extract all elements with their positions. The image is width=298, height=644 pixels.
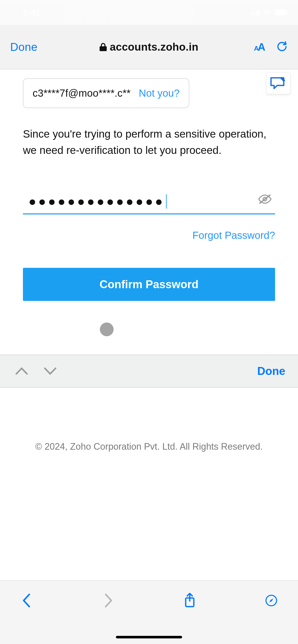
cellular-icon — [251, 9, 260, 16]
chevron-right-icon — [102, 593, 114, 608]
previous-field-button[interactable] — [13, 362, 31, 380]
compass-icon — [265, 593, 277, 608]
share-button[interactable] — [181, 592, 199, 609]
svg-rect-0 — [251, 13, 252, 16]
forgot-password-link[interactable]: Forgot Password? — [192, 230, 275, 241]
password-field[interactable]: ●●●●●●●●●●●●●● — [23, 194, 275, 214]
keyboard-done-button[interactable]: Done — [257, 365, 285, 377]
account-box: c3****7f@moo****.c** Not you? — [23, 78, 189, 108]
back-button[interactable] — [18, 592, 36, 609]
browser-bar: Done accounts.zoho.in AA — [0, 25, 298, 69]
keyboard-accessory-bar: Done — [0, 355, 298, 388]
status-bar: 9:41 — [0, 0, 298, 25]
address-bar[interactable]: accounts.zoho.in — [0, 41, 298, 53]
svg-rect-6 — [287, 11, 288, 14]
home-indicator — [116, 636, 182, 638]
reload-icon — [276, 41, 288, 52]
text-size-button[interactable]: AA — [254, 41, 265, 53]
battery-icon — [275, 9, 288, 16]
text-caret — [166, 194, 167, 209]
chevron-down-icon — [44, 367, 57, 375]
svg-rect-3 — [258, 9, 260, 16]
toggle-password-visibility-button[interactable] — [258, 194, 272, 205]
open-in-safari-button[interactable] — [262, 592, 280, 609]
password-value: ●●●●●●●●●●●●●● — [29, 194, 165, 209]
explain-text: Since you're trying to perform a sensiti… — [23, 126, 267, 158]
footer-text: © 2024, Zoho Corporation Pvt. Ltd. All R… — [0, 441, 298, 452]
confirm-password-button[interactable]: Confirm Password — [23, 268, 275, 301]
page-content: c3****7f@moo****.c** Not you? Since you'… — [0, 69, 298, 301]
address-host: accounts.zoho.in — [110, 41, 198, 53]
feedback-icon — [269, 76, 287, 91]
touch-indicator — [100, 323, 114, 336]
share-icon — [184, 593, 196, 608]
lock-icon — [100, 43, 107, 51]
chevron-up-icon — [15, 367, 28, 375]
browser-done-button[interactable]: Done — [10, 41, 37, 53]
wifi-icon — [263, 9, 272, 16]
not-you-link[interactable]: Not you? — [139, 87, 180, 99]
status-right — [251, 9, 288, 16]
svg-rect-2 — [256, 11, 257, 16]
feedback-button[interactable] — [266, 72, 290, 94]
forward-button[interactable] — [99, 592, 117, 609]
status-time: 9:41 — [23, 8, 40, 18]
svg-rect-5 — [275, 10, 286, 15]
eye-off-icon — [258, 194, 272, 204]
chevron-left-icon — [21, 593, 33, 608]
next-field-button[interactable] — [41, 362, 59, 380]
masked-email: c3****7f@moo****.c** — [33, 87, 131, 99]
reload-button[interactable] — [276, 41, 288, 53]
svg-rect-1 — [253, 12, 255, 16]
browser-bottom-toolbar — [0, 580, 298, 644]
